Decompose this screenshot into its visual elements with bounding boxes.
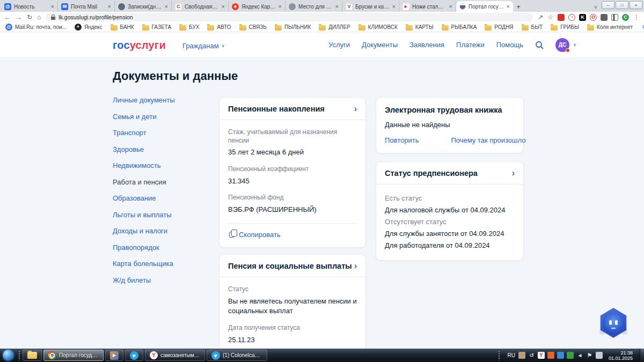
profile-menu[interactable]: ДС ∨ — [555, 38, 576, 52]
sidebar-item[interactable]: Карта болельщика — [113, 260, 212, 268]
bookmark-item[interactable]: БАНК — [111, 24, 134, 31]
tray-green-app-icon[interactable] — [567, 352, 574, 359]
minimize-button[interactable]: – — [602, 1, 614, 9]
opera-extension-icon[interactable]: O — [590, 14, 597, 21]
chevron-right-icon[interactable]: › — [512, 169, 515, 178]
browser-tab[interactable]: Записки(дневник) лом× — [115, 1, 172, 12]
profile-avatar-icon[interactable]: C — [622, 14, 629, 21]
browser-menu-icon[interactable]: ⋮ — [633, 14, 640, 20]
bookmark-item[interactable]: ГРИБЫ — [551, 24, 579, 31]
bookmark-item[interactable]: @Mail.Ru: почта, пои... — [5, 24, 67, 31]
gosuslugi-logo[interactable]: госуслуги — [113, 39, 166, 51]
browser-tab[interactable]: ССвободная Пресса - о× — [172, 1, 229, 12]
sidebar-item[interactable]: Ж/д билеты — [113, 276, 212, 284]
nav-link-1[interactable]: Услуги — [328, 41, 350, 49]
reading-sidebar-icon[interactable]: ▌ — [611, 14, 618, 21]
tab-close-icon[interactable]: × — [449, 4, 452, 10]
browser-tab[interactable]: ●Яндекс Карты× — [229, 1, 286, 12]
back-icon[interactable]: ← — [4, 14, 11, 20]
share-icon[interactable]: ↗ — [538, 14, 543, 20]
home-icon[interactable]: ⌂ — [37, 14, 41, 20]
tray-blue-app-icon[interactable] — [557, 352, 564, 359]
new-tab-button[interactable]: + — [513, 1, 524, 12]
taskbar-task-explorer[interactable] — [23, 350, 42, 361]
taskbar-clock[interactable]: 21:38 01.01.2025 — [606, 350, 636, 361]
tab-close-icon[interactable]: × — [507, 4, 510, 10]
sidebar-item[interactable]: Недвижимость — [113, 161, 212, 169]
k-extension-icon[interactable]: K — [579, 14, 586, 21]
sidebar-item[interactable]: Транспорт — [113, 129, 212, 137]
forward-icon[interactable]: → — [16, 14, 22, 20]
tab-close-icon[interactable]: × — [335, 4, 339, 10]
bookmark-item[interactable]: СВЯЗЬ — [239, 24, 267, 31]
search-button[interactable] — [535, 41, 544, 49]
chevron-right-icon[interactable]: › — [354, 262, 357, 270]
sidebar-item[interactable]: Семья и дети — [113, 113, 212, 121]
pre-pension-header[interactable]: Статус предпенсионера › — [376, 162, 523, 184]
bookmark-item[interactable]: ПЫЛЬНИК — [275, 24, 311, 31]
bookmark-item[interactable]: GGISMETEO — [641, 24, 644, 31]
tab-close-icon[interactable]: × — [392, 4, 396, 10]
sidebar-item[interactable]: Работа и пенсия — [113, 178, 212, 186]
tab-close-icon[interactable]: × — [51, 4, 54, 10]
chevron-right-icon[interactable]: › — [354, 105, 357, 113]
bookmark-item[interactable]: БУХ — [179, 24, 199, 31]
audience-dropdown[interactable]: Гражданам ∨ — [182, 42, 225, 50]
language-indicator[interactable]: RU — [508, 352, 515, 358]
puzzle-extensions-icon[interactable] — [601, 14, 608, 21]
work-book-action-link[interactable]: Почему так произошло — [451, 136, 525, 144]
sidebar-item[interactable]: Льготы и выплаты — [113, 211, 212, 219]
pension-savings-header[interactable]: Пенсионные накопления › — [219, 98, 365, 120]
bookmark-item[interactable]: КАРТЫ — [406, 24, 434, 31]
nav-link-5[interactable]: Помощь — [496, 41, 523, 49]
nav-link-3[interactable]: Заявления — [409, 41, 444, 49]
copy-button[interactable]: Скопировать — [228, 231, 357, 239]
bookmark-item[interactable]: БЫТ — [522, 24, 543, 31]
assistant-robot-widget[interactable] — [599, 308, 628, 338]
bookmark-item[interactable]: КЛИМОВСК — [358, 24, 398, 31]
bookmark-item[interactable]: АВТО — [207, 24, 231, 31]
clock-extension-icon[interactable]: ◔ — [568, 14, 575, 21]
bookmark-item[interactable]: ГАЗЕТА — [142, 24, 171, 31]
volume-icon[interactable]: ◄ — [576, 352, 583, 359]
sidebar-item[interactable]: Личные документы — [113, 96, 212, 104]
taskbar-task-media-player[interactable]: ▶ — [105, 350, 123, 361]
bookmark-star-icon[interactable]: ☆ — [547, 14, 553, 20]
taskbar-task-telegram[interactable]: ▶ — [125, 350, 143, 361]
start-button[interactable] — [0, 350, 16, 361]
bookmark-item[interactable]: +Яндекс — [75, 24, 103, 31]
pdf-extension-icon[interactable] — [558, 14, 565, 21]
bookmark-item[interactable]: РЫБАЛКА — [442, 24, 477, 31]
tray-mail-agent-icon[interactable] — [547, 352, 554, 359]
taskbar-task-chrome[interactable]: Портал государс... — [43, 350, 104, 361]
browser-tab[interactable]: VБруски и камни для за× — [342, 1, 399, 12]
close-button[interactable]: × — [630, 1, 642, 9]
nav-link-4[interactable]: Платежи — [456, 41, 485, 49]
browser-tab[interactable]: Место для дискуссий -× — [286, 1, 342, 12]
tab-search-chevron-icon[interactable]: ∨ — [594, 4, 597, 10]
taskbar-task-yandex-browser[interactable]: Yсамозанятым ка... — [145, 350, 205, 361]
tray-bird-icon[interactable] — [518, 352, 525, 359]
browser-tab[interactable]: @Новость× — [1, 1, 58, 12]
sidebar-item[interactable]: Здоровье — [113, 145, 212, 153]
tray-yandex-icon[interactable]: Y — [538, 352, 545, 359]
tab-close-icon[interactable]: × — [222, 4, 225, 10]
network-icon[interactable] — [596, 352, 603, 359]
restore-button[interactable]: □ — [616, 1, 628, 9]
sidebar-item[interactable]: Образование — [113, 194, 212, 202]
browser-tab[interactable]: ✉Почта Mail× — [58, 1, 115, 12]
language-flag-icon[interactable]: ⚑ — [586, 352, 593, 359]
nav-link-2[interactable]: Документы — [362, 41, 398, 49]
tab-close-icon[interactable]: × — [165, 4, 168, 10]
show-desktop-button[interactable] — [640, 349, 644, 362]
address-bar[interactable]: lk.gosuslugi.ru/profile/pension — [46, 13, 533, 21]
taskbar-task-telegram-chat[interactable]: ▶(1) Colonelcassad... — [207, 350, 267, 361]
bookmark-item[interactable]: Коля интернет — [587, 24, 633, 31]
bookmark-item[interactable]: РОДНЯ — [485, 24, 513, 31]
tab-close-icon[interactable]: × — [279, 4, 282, 10]
work-book-action-link[interactable]: Повторить — [385, 136, 419, 144]
browser-tab[interactable]: Портал государственн× — [456, 1, 513, 12]
browser-tab[interactable]: ►Ножи стали Elmax от п× — [399, 1, 456, 12]
bookmark-item[interactable]: ДИЛЛЕР — [319, 24, 350, 31]
tray-swirl-icon[interactable]: ↺ — [528, 352, 535, 359]
